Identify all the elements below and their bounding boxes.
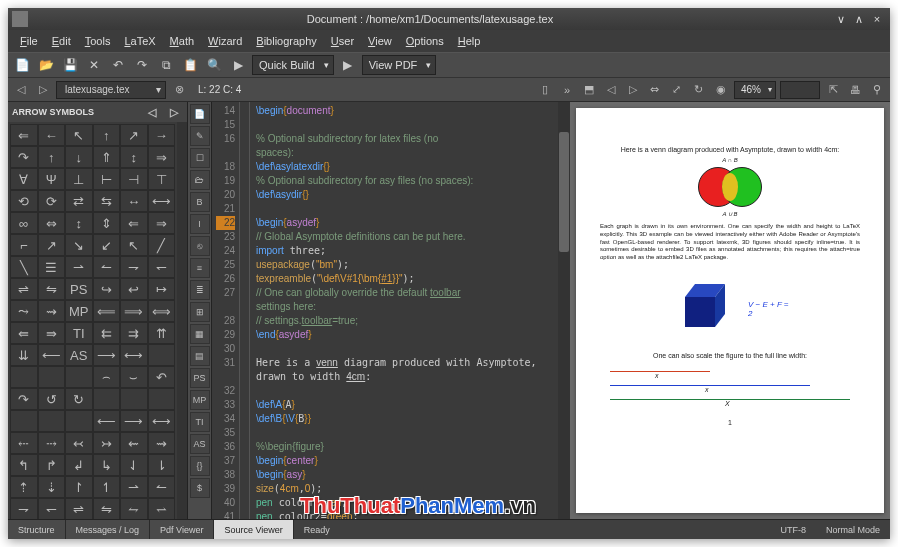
- symbol-cell[interactable]: [65, 366, 93, 388]
- symbol-cell[interactable]: ⟹: [120, 300, 148, 322]
- symbol-cell[interactable]: ↖: [65, 124, 93, 146]
- external-icon[interactable]: ⇱: [824, 81, 842, 99]
- paste-icon[interactable]: 📋: [180, 55, 200, 75]
- symbol-cell[interactable]: ⟺: [148, 300, 176, 322]
- symbol-cell[interactable]: ╱: [148, 234, 176, 256]
- symbol-cell[interactable]: ⇝: [38, 300, 66, 322]
- symbol-cell[interactable]: ↙: [93, 234, 121, 256]
- symbol-cell[interactable]: ⌢: [93, 366, 121, 388]
- side-tool-button[interactable]: MP: [190, 390, 210, 410]
- symbol-cell[interactable]: ⇡: [10, 476, 38, 498]
- page-input[interactable]: [780, 81, 820, 99]
- view-pdf-dropdown[interactable]: View PDF: [362, 55, 437, 75]
- symbol-cell[interactable]: →: [148, 124, 176, 146]
- symbol-cell[interactable]: ⟷: [148, 410, 176, 432]
- symbol-cell[interactable]: ⇐: [10, 124, 38, 146]
- symbol-cell[interactable]: ⇈: [148, 322, 176, 344]
- symbol-cell[interactable]: ⟲: [10, 190, 38, 212]
- symbol-cell[interactable]: ⊤: [148, 168, 176, 190]
- symbol-cell[interactable]: ⇃: [120, 454, 148, 476]
- symbol-cell[interactable]: ↱: [38, 454, 66, 476]
- symbol-cell[interactable]: ⇒: [148, 146, 176, 168]
- symbol-cell[interactable]: ⟶: [120, 410, 148, 432]
- symbol-cell[interactable]: ⇁: [10, 498, 38, 519]
- symbol-cell[interactable]: ⇕: [93, 212, 121, 234]
- menu-math[interactable]: Math: [164, 33, 200, 49]
- symbol-scrollbar[interactable]: [177, 122, 187, 519]
- side-tool-button[interactable]: {}: [190, 456, 210, 476]
- symbol-cell[interactable]: ↷: [10, 388, 38, 410]
- symbol-cell[interactable]: ↕: [120, 146, 148, 168]
- symbol-cell[interactable]: ↔: [120, 190, 148, 212]
- symbol-cell[interactable]: ↗: [38, 234, 66, 256]
- symbol-cell[interactable]: ⇑: [93, 146, 121, 168]
- symbol-cell[interactable]: ↼: [148, 476, 176, 498]
- symbol-cell[interactable]: ↷: [10, 146, 38, 168]
- symbol-cell[interactable]: AS: [65, 344, 93, 366]
- symbol-cell[interactable]: ⤳: [10, 300, 38, 322]
- symbol-cell[interactable]: [38, 366, 66, 388]
- side-tool-button[interactable]: 📄: [190, 104, 210, 124]
- close-button[interactable]: ×: [872, 13, 882, 26]
- new-icon[interactable]: 📄: [12, 55, 32, 75]
- search-icon[interactable]: 🔍: [204, 55, 224, 75]
- symbol-cell[interactable]: PS: [65, 278, 93, 300]
- symbol-cell[interactable]: ↦: [148, 278, 176, 300]
- symbol-cell[interactable]: ⥋: [148, 498, 176, 519]
- symbol-cell[interactable]: ∞: [10, 212, 38, 234]
- symbol-cell[interactable]: ⇔: [38, 212, 66, 234]
- symbol-cell[interactable]: ⥊: [120, 498, 148, 519]
- menu-view[interactable]: View: [362, 33, 398, 49]
- symbol-cell[interactable]: ⇌: [10, 278, 38, 300]
- menu-bibliography[interactable]: Bibliography: [250, 33, 323, 49]
- symbol-cell[interactable]: ⟷: [120, 344, 148, 366]
- symbol-cell[interactable]: ⊥: [65, 168, 93, 190]
- copy-icon[interactable]: ⧉: [156, 55, 176, 75]
- nav-next-icon[interactable]: ▷: [34, 81, 52, 99]
- symbol-cell[interactable]: ⟵: [93, 410, 121, 432]
- symbol-cell[interactable]: ↲: [65, 454, 93, 476]
- side-tool-button[interactable]: ⊞: [190, 302, 210, 322]
- file-tab[interactable]: latexusage.tex: [56, 81, 166, 99]
- symbol-cell[interactable]: [10, 410, 38, 432]
- side-tool-button[interactable]: B: [190, 192, 210, 212]
- side-tool-button[interactable]: ☐: [190, 148, 210, 168]
- menu-file[interactable]: File: [14, 33, 44, 49]
- symbol-cell[interactable]: ←: [38, 124, 66, 146]
- symbol-cell[interactable]: MP: [65, 300, 93, 322]
- symbol-cell[interactable]: ⇀: [65, 256, 93, 278]
- symbol-cell[interactable]: [93, 388, 121, 410]
- minimize-button[interactable]: ∨: [836, 13, 846, 26]
- symbol-cell[interactable]: ↿: [93, 476, 121, 498]
- redo-icon[interactable]: ↷: [132, 55, 152, 75]
- symbol-cell[interactable]: ⇆: [93, 190, 121, 212]
- symbol-cell[interactable]: ↕: [65, 212, 93, 234]
- code-area[interactable]: \begin{document} % Optional subdirectory…: [250, 102, 558, 519]
- menu-wizard[interactable]: Wizard: [202, 33, 248, 49]
- symbol-cell[interactable]: ↽: [38, 498, 66, 519]
- run-icon[interactable]: ▶: [228, 55, 248, 75]
- symbol-cell[interactable]: ↑: [38, 146, 66, 168]
- symbol-cell[interactable]: [120, 388, 148, 410]
- symbol-cell[interactable]: ⇇: [93, 322, 121, 344]
- symbol-cell[interactable]: ↾: [65, 476, 93, 498]
- opt1-icon[interactable]: ⬒: [580, 81, 598, 99]
- editor-scrollbar[interactable]: [558, 102, 570, 519]
- symbol-cell[interactable]: ⇜: [120, 432, 148, 454]
- symbol-cell[interactable]: ↶: [148, 366, 176, 388]
- symbol-cell[interactable]: ⇣: [38, 476, 66, 498]
- menu-options[interactable]: Options: [400, 33, 450, 49]
- maximize-button[interactable]: ∧: [854, 13, 864, 26]
- symbol-cell[interactable]: ╲: [10, 256, 38, 278]
- symbol-cell[interactable]: ↩: [120, 278, 148, 300]
- symbol-cell[interactable]: ☰: [38, 256, 66, 278]
- menu-tools[interactable]: Tools: [79, 33, 117, 49]
- page-next-icon[interactable]: ▷: [624, 81, 642, 99]
- open-icon[interactable]: 📂: [36, 55, 56, 75]
- symbol-cell[interactable]: ⇚: [10, 322, 38, 344]
- symbol-cell[interactable]: ⇊: [10, 344, 38, 366]
- symbol-cell[interactable]: ⇒: [148, 212, 176, 234]
- pdf-page[interactable]: Here is a venn diagram produced with Asy…: [576, 108, 884, 513]
- symbol-cell[interactable]: ⊢: [93, 168, 121, 190]
- page-prev-icon[interactable]: ◁: [602, 81, 620, 99]
